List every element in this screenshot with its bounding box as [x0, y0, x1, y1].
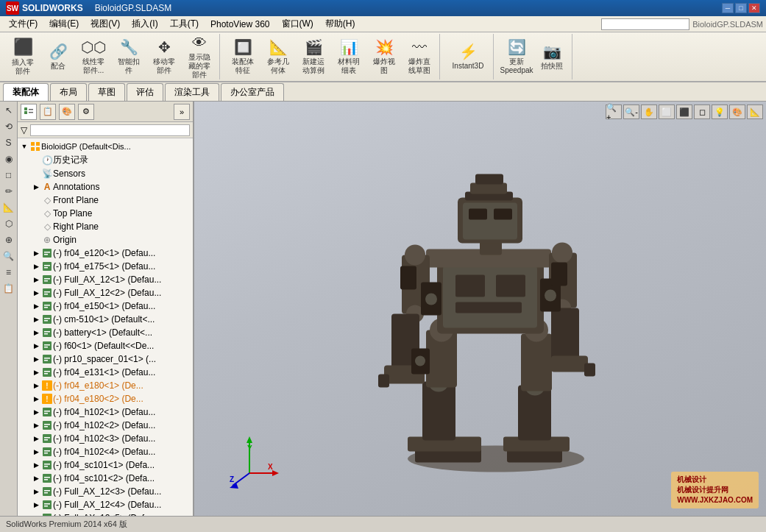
tree-part-item[interactable]: ▶(-) fr04_h102<2> (Defau... [29, 419, 193, 432]
view-options-button[interactable]: ⬛ [676, 104, 692, 119]
rotate-tool[interactable]: ⟲ [1, 119, 16, 134]
part-expand-icon[interactable]: ▶ [31, 380, 41, 391]
maximize-button[interactable]: □ [735, 3, 747, 13]
part-expand-icon[interactable]: ▶ [31, 274, 41, 285]
explode-view-button[interactable]: 💥 爆炸视图 [367, 35, 401, 78]
tree-part-item[interactable]: ▶(-) fr04_sc101<1> (Defa... [29, 458, 193, 472]
zoom-tool[interactable]: 🔍 [1, 249, 16, 263]
menu-photoview[interactable]: PhotoView 360 [205, 18, 276, 31]
part-expand-icon[interactable]: ▶ [31, 486, 41, 497]
close-button[interactable]: ✕ [748, 3, 760, 13]
zoom-out-button[interactable]: 🔍- [623, 104, 639, 119]
assembly-feature-button[interactable]: 🔲 装配体特征 [226, 35, 260, 78]
part-expand-icon[interactable]: ▶ [31, 248, 41, 258]
part-expand-icon[interactable]: ▶ [31, 433, 41, 444]
tree-part-item[interactable]: ▶(-) f60<1> (Default<<De... [29, 339, 193, 352]
menu-window[interactable]: 窗口(W) [276, 16, 319, 32]
front-plane-expand[interactable] [31, 195, 41, 205]
part-expand-icon[interactable]: ▶ [31, 354, 41, 364]
move-component-button[interactable]: ✥ 移动零部件 [147, 35, 181, 78]
part-expand-icon[interactable]: ▶ [31, 407, 41, 417]
menu-help[interactable]: 帮助(H) [319, 16, 361, 32]
tree-origin-item[interactable]: ⊕ Origin [29, 233, 193, 247]
tree-part-item[interactable]: ▶(-) fr04_sc101<2> (Defa... [29, 472, 193, 485]
tree-part-item[interactable]: ▶(-) fr04_e175<1> (Defau... [29, 260, 193, 273]
part-expand-icon[interactable]: ▶ [31, 447, 41, 457]
tree-part-item[interactable]: ▶(-) Full_AX_12<3> (Defau... [29, 485, 193, 498]
select-tool[interactable]: ↖ [1, 103, 16, 118]
tree-tab-feature[interactable] [21, 104, 37, 120]
smart-fasteners-button[interactable]: 🔧 智能扣件 [112, 35, 146, 78]
notes-tool[interactable]: 📋 [1, 281, 16, 296]
3d-viewport[interactable]: 🔍+ 🔍- ✋ ⬜ ⬛ ◻ 💡 🎨 📐 [194, 102, 766, 516]
tree-part-item[interactable]: ▶!(-) fr04_e180<1> (De... [29, 379, 193, 392]
smart-dimension[interactable]: S [1, 135, 16, 150]
tree-part-item[interactable]: ▶(-) fr04_h102<3> (Defau... [29, 432, 193, 445]
reference-geometry-button[interactable]: 📐 参考几何体 [261, 35, 295, 78]
zoom-in-button[interactable]: 🔍+ [606, 104, 622, 119]
new-motion-button[interactable]: 🎬 新建运动算例 [297, 35, 330, 78]
part-expand-icon[interactable]: ▶ [31, 513, 41, 516]
menu-edit[interactable]: 编辑(E) [43, 16, 85, 32]
sensors-expand[interactable] [31, 169, 41, 179]
insert-part-button[interactable]: ⬛ 插入零部件 [6, 35, 40, 78]
tab-render[interactable]: 渲染工具 [165, 83, 219, 101]
mate-button[interactable]: 🔗 配合 [41, 35, 75, 78]
instant3d-button[interactable]: ⚡ Instant3D [446, 35, 490, 78]
fit-view-button[interactable]: ⬜ [659, 104, 675, 119]
tree-part-item[interactable]: ▶(-) pr10_spacer_01<1> (... [29, 352, 193, 366]
tree-top-plane-item[interactable]: ◇ Top Plane [29, 207, 193, 220]
tree-part-item[interactable]: ▶(-) Full_AX_12<5> (Def... [29, 511, 193, 516]
tree-part-item[interactable]: ▶(-) fr04_e150<1> (Defau... [29, 299, 193, 313]
tree-root-item[interactable]: ▼ BioloidGP (Default<Dis... [18, 140, 193, 153]
light-button[interactable]: 💡 [712, 104, 728, 119]
update-speedpak-button[interactable]: 🔄 更新Speedpak [500, 35, 533, 78]
tree-part-item[interactable]: ▶(-) fr04_h102<4> (Defau... [29, 445, 193, 458]
tree-tab-display[interactable]: 🎨 [59, 104, 75, 120]
tree-sensors-item[interactable]: 📡 Sensors [29, 167, 193, 180]
part-expand-icon[interactable]: ▶ [31, 288, 41, 298]
tree-tab-properties[interactable]: 📋 [40, 104, 56, 120]
tree-part-item[interactable]: ▶(-) battery<1> (Default<... [29, 326, 193, 339]
part-expand-icon[interactable]: ▶ [31, 314, 41, 324]
tree-part-item[interactable]: ▶(-) cm-510<1> (Default<... [29, 313, 193, 326]
tab-layout[interactable]: 布局 [50, 83, 87, 101]
menu-file[interactable]: 文件(F) [3, 16, 43, 32]
tree-part-item[interactable]: ▶(-) Full_AX_12<1> (Defau... [29, 273, 193, 286]
view-selector-button[interactable]: 📐 [747, 104, 763, 119]
minimize-button[interactable]: ─ [722, 3, 734, 13]
tree-right-plane-item[interactable]: ◇ Right Plane [29, 220, 193, 233]
pattern-tool[interactable]: ⬡ [1, 216, 16, 231]
rectangle-tool[interactable]: □ [1, 168, 16, 182]
part-expand-icon[interactable]: ▶ [31, 261, 41, 272]
root-expand-icon[interactable]: ▼ [19, 141, 29, 152]
measure-tool[interactable]: 📐 [1, 200, 16, 215]
tree-part-item[interactable]: ▶!(-) fr04_e180<2> (De... [29, 392, 193, 405]
part-expand-icon[interactable]: ▶ [31, 473, 41, 483]
tree-tab-config[interactable]: ⚙ [78, 104, 94, 120]
tree-history-item[interactable]: 🕐 历史记录 [29, 153, 193, 167]
tree-annotations-item[interactable]: ▶ A Annotations [29, 180, 193, 194]
tree-part-item[interactable]: ▶(-) fr04_e120<1> (Defau... [29, 247, 193, 260]
explode-line-button[interactable]: 〰 爆炸直线草图 [402, 35, 436, 78]
right-plane-expand[interactable] [31, 221, 41, 232]
section-button[interactable]: ◻ [694, 104, 710, 119]
part-expand-icon[interactable]: ▶ [31, 327, 41, 338]
display-style-button[interactable]: 🎨 [729, 104, 745, 119]
snapshot-button[interactable]: 📷 拍快照 [535, 35, 569, 78]
part-expand-icon[interactable]: ▶ [31, 500, 41, 510]
circle-tool[interactable]: ◉ [1, 152, 16, 166]
bom-button[interactable]: 📊 材料明细表 [332, 35, 366, 78]
part-expand-icon[interactable]: ▶ [31, 301, 41, 311]
layers-tool[interactable]: ≡ [1, 265, 16, 280]
tree-part-item[interactable]: ▶(-) Full_AX_12<4> (Defau... [29, 498, 193, 511]
show-hidden-button[interactable]: 👁 显示隐藏的零部件 [182, 35, 216, 78]
tree-expand-button[interactable]: » [174, 104, 190, 120]
part-expand-icon[interactable]: ▶ [31, 394, 41, 404]
part-expand-icon[interactable]: ▶ [31, 341, 41, 351]
top-plane-expand[interactable] [31, 208, 41, 219]
tab-sketch[interactable]: 草图 [88, 83, 125, 101]
part-expand-icon[interactable]: ▶ [31, 367, 41, 377]
menu-view[interactable]: 视图(V) [85, 16, 126, 32]
search-input[interactable] [601, 18, 689, 30]
